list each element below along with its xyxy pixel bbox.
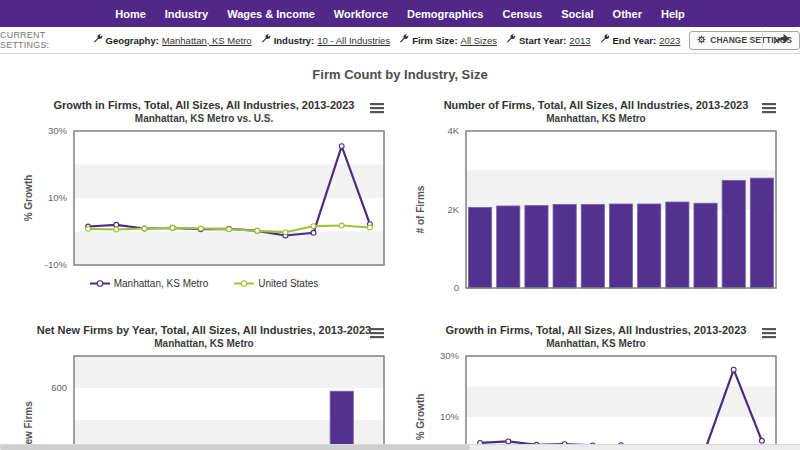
end-year-label: End Year: — [613, 35, 657, 46]
svg-text:4K: 4K — [447, 128, 459, 136]
svg-text:30%: 30% — [48, 128, 68, 136]
svg-text:0: 0 — [454, 282, 459, 293]
geography-value-link[interactable]: Manhattan, KS Metro — [162, 35, 252, 46]
legend-label: Manhattan, KS Metro — [114, 278, 209, 289]
wrench-icon — [93, 34, 103, 46]
firm-size-label: Firm Size: — [412, 35, 457, 46]
scrollbar-thumb[interactable] — [0, 445, 470, 450]
svg-text:# of Firms: # of Firms — [415, 185, 426, 233]
chart-menu-icon[interactable] — [762, 325, 776, 343]
chart-grid: Growth in Firms, Total, All Sizes, All I… — [0, 92, 800, 450]
chart-subtitle: Manhattan, KS Metro vs. U.S. — [16, 112, 392, 125]
chart-subtitle: Manhattan, KS Metro — [408, 112, 784, 125]
chart-title: Growth in Firms, Total, All Sizes, All I… — [408, 323, 784, 337]
svg-text:10%: 10% — [48, 192, 68, 203]
wrench-icon — [506, 34, 516, 46]
chart-legend: Manhattan, KS Metro United States — [16, 278, 392, 289]
wrench-icon — [399, 34, 409, 46]
setting-geography: Geography: Manhattan, KS Metro — [93, 34, 252, 46]
chart-menu-icon[interactable] — [762, 100, 776, 118]
firm-size-value-link[interactable]: All Sizes — [461, 35, 497, 46]
chart-card-growth-metro: Growth in Firms, Total, All Sizes, All I… — [408, 317, 784, 450]
legend-label: United States — [258, 278, 318, 289]
start-year-label: Start Year: — [519, 35, 566, 46]
chart-card-number-of-firms: Number of Firms, Total, All Sizes, All I… — [408, 92, 784, 297]
svg-text:% Growth: % Growth — [23, 175, 34, 222]
nav-item-industry[interactable]: Industry — [165, 8, 208, 20]
geography-label: Geography: — [106, 35, 159, 46]
current-settings-label: CURRENT SETTINGS: — [0, 30, 84, 50]
svg-text:2K: 2K — [447, 204, 459, 215]
chart-title: Growth in Firms, Total, All Sizes, All I… — [16, 98, 392, 112]
chart-menu-icon[interactable] — [370, 100, 384, 118]
chart-subtitle: Manhattan, KS Metro — [408, 337, 784, 350]
nav-item-census[interactable]: Census — [502, 8, 542, 20]
industry-label: Industry: — [274, 35, 315, 46]
setting-start-year: Start Year: 2013 — [506, 34, 591, 46]
page-title: Firm Count by Industry, Size — [0, 67, 800, 82]
wrench-icon — [261, 34, 271, 46]
nav-item-social[interactable]: Social — [561, 8, 593, 20]
legend-marker-icon — [90, 279, 110, 288]
svg-text:30%: 30% — [440, 353, 460, 361]
growth-metro-line-chart: 30%10%-10%% Growth — [408, 353, 784, 450]
svg-text:% Growth: % Growth — [415, 394, 426, 441]
divider — [762, 31, 763, 49]
firm-count-bar-chart: 4K2K0# of Firms — [408, 128, 784, 297]
setting-industry: Industry: 10 - All Industries — [261, 34, 391, 46]
nav-item-home[interactable]: Home — [115, 8, 146, 20]
chart-title: Net New Firms by Year, Total, All Sizes,… — [16, 323, 392, 337]
legend-marker-icon — [234, 279, 254, 288]
nav-item-workforce[interactable]: Workforce — [334, 8, 388, 20]
chart-title: Number of Firms, Total, All Sizes, All I… — [408, 98, 784, 112]
start-year-value-link[interactable]: 2013 — [569, 35, 590, 46]
chart-card-net-new-firms: Net New Firms by Year, Total, All Sizes,… — [16, 317, 392, 450]
industry-value-link[interactable]: 10 - All Industries — [317, 35, 390, 46]
chart-card-growth-vs-us: Growth in Firms, Total, All Sizes, All I… — [16, 92, 392, 297]
current-settings-bar: CURRENT SETTINGS: Geography: Manhattan, … — [0, 27, 800, 54]
wrench-icon — [600, 34, 610, 46]
growth-line-chart: 30%10%-10%% Growth — [16, 128, 392, 274]
net-new-firms-bar-chart: 600200Net New Firms — [16, 353, 392, 450]
svg-text:-10%: -10% — [45, 259, 68, 270]
horizontal-scrollbar[interactable] — [0, 444, 800, 450]
legend-item-united-states[interactable]: United States — [234, 278, 318, 289]
nav-item-demographics[interactable]: Demographics — [407, 8, 483, 20]
chart-subtitle: Manhattan, KS Metro — [16, 337, 392, 350]
nav-item-other[interactable]: Other — [613, 8, 642, 20]
svg-text:10%: 10% — [440, 411, 460, 422]
nav-item-help[interactable]: Help — [661, 8, 685, 20]
chart-menu-icon[interactable] — [370, 325, 384, 343]
nav-item-wages-income[interactable]: Wages & Income — [227, 8, 315, 20]
svg-text:Net New Firms: Net New Firms — [23, 401, 34, 450]
svg-text:600: 600 — [51, 382, 67, 393]
share-icon[interactable] — [773, 33, 790, 48]
top-nav: Home Industry Wages & Income Workforce D… — [0, 0, 800, 27]
gear-icon — [697, 35, 706, 46]
end-year-value-link[interactable]: 2023 — [659, 35, 680, 46]
setting-end-year: End Year: 2023 — [600, 34, 681, 46]
legend-item-manhattan[interactable]: Manhattan, KS Metro — [90, 278, 209, 289]
setting-firm-size: Firm Size: All Sizes — [399, 34, 497, 46]
